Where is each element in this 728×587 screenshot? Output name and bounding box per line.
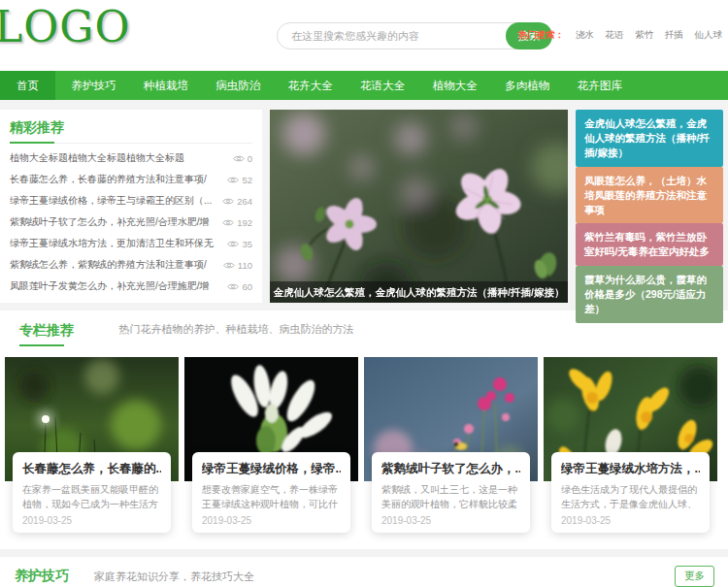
eye-icon bbox=[227, 240, 239, 248]
nav-item-plant-list[interactable]: 植物大全 bbox=[421, 71, 489, 100]
views-count: 52 bbox=[242, 175, 252, 185]
hot-term-jiaoshui[interactable]: 浇水 bbox=[576, 29, 594, 40]
featured-panel: 精彩推荐 植物大全标题植物大全标题植物大全标题 0 长春藤怎么养，长春藤的养殖方… bbox=[0, 110, 262, 303]
article-row[interactable]: 长春藤怎么养，长春藤的养殖方法和注意事项/ 52 bbox=[10, 169, 252, 190]
column-subtitle: 热门花卉植物的养护、种植栽培、病虫防治的方法 bbox=[118, 322, 353, 337]
eye-icon bbox=[227, 282, 239, 291]
card-description: 绿色生活成为了现代人最提倡的生活方式，于是像金虎仙人球、红星凤... bbox=[561, 482, 700, 511]
card-info: 绿帝王蔓绿绒价格，绿帝... 想要改善家庭空气，养一株绿帝王蔓绿绒这种观叶植物，… bbox=[192, 452, 350, 533]
card-date: 2019-03-25 bbox=[22, 515, 161, 526]
nav-item-succulents[interactable]: 多肉植物 bbox=[493, 71, 561, 100]
highlight-box-hyacinth[interactable]: 凤眼莲怎么养，（土培）水培凤眼莲的养殖方法和注意事项 bbox=[576, 167, 723, 224]
hero-flower-image bbox=[270, 110, 568, 303]
search-bar: 搜索 bbox=[277, 22, 550, 49]
column-section: 专栏推荐 热门花卉植物的养护、种植栽培、病虫防治的方法 bbox=[0, 310, 728, 549]
article-views: 35 bbox=[227, 239, 252, 249]
views-count: 0 bbox=[248, 153, 252, 164]
article-card[interactable]: 长春藤怎么养，长春藤的... 在家养一盆既美丽又能吸甲醛的植物，现如今已成为一种… bbox=[5, 357, 179, 536]
hot-search: 热门搜索： 浇水 花语 紫竹 扦插 仙人球 bbox=[518, 29, 722, 42]
article-title[interactable]: 长春藤怎么养，长春藤的养殖方法和注意事项/ bbox=[10, 173, 221, 186]
article-row[interactable]: 植物大全标题植物大全标题植物大全标题 0 bbox=[10, 147, 252, 169]
article-list: 植物大全标题植物大全标题植物大全标题 0 长春藤怎么养，长春藤的养殖方法和注意事… bbox=[10, 144, 252, 297]
article-title[interactable]: 绿帝王蔓绿绒水培方法，更加清洁卫生和环保无 bbox=[10, 237, 221, 250]
article-views: 52 bbox=[227, 175, 252, 185]
article-row[interactable]: 凤眼莲叶子发黄怎么办，补充光照/合理施肥/增 60 bbox=[10, 276, 252, 297]
highlight-column: 金虎仙人球怎么繁殖，金虎仙人球的繁殖方法（播种/扦插/嫁接） 凤眼莲怎么养，（土… bbox=[576, 110, 723, 303]
article-title[interactable]: 凤眼莲叶子发黄怎么办，补充光照/合理施肥/增 bbox=[10, 279, 221, 293]
card-title[interactable]: 绿帝王蔓绿绒价格，绿帝... bbox=[202, 461, 341, 477]
hot-term-xianrenqiu[interactable]: 仙人球 bbox=[695, 29, 723, 40]
hot-search-label: 热门搜索： bbox=[518, 29, 565, 40]
top-content-row: 精彩推荐 植物大全标题植物大全标题植物大全标题 0 长春藤怎么养，长春藤的养殖方… bbox=[0, 110, 723, 303]
card-date: 2019-03-25 bbox=[561, 515, 700, 526]
hero-caption: 金虎仙人球怎么繁殖，金虎仙人球的繁殖方法（播种/扦插/嫁接） bbox=[270, 281, 568, 303]
more-button[interactable]: 更多 bbox=[675, 566, 714, 587]
card-info: 紫鹅绒叶子软了怎么办，... 紫鹅绒，又叫土三七，这是一种美丽的观叶植物，它样貌… bbox=[372, 452, 530, 533]
highlight-box-xiacao[interactable]: 霞草为什么那么贵，霞草的价格是多少（298元/适应力差） bbox=[576, 266, 723, 323]
site-logo[interactable]: LOGO bbox=[0, 2, 131, 51]
card-description: 在家养一盆既美丽又能吸甲醛的植物，现如今已成为一种生活方式，... bbox=[22, 482, 161, 511]
eye-icon bbox=[233, 154, 245, 163]
highlight-box-cactus[interactable]: 金虎仙人球怎么繁殖，金虎仙人球的繁殖方法（播种/扦插/嫁接） bbox=[576, 110, 723, 167]
care-tips-subtitle: 家庭养花知识分享，养花技巧大全 bbox=[94, 570, 675, 584]
article-row[interactable]: 绿帝王蔓绿绒价格，绿帝王与绿霸王的区别（... 264 bbox=[10, 190, 252, 212]
main-nav: 首页 养护技巧 种植栽培 病虫防治 花卉大全 花语大全 植物大全 多肉植物 花卉… bbox=[0, 71, 728, 100]
column-underline bbox=[19, 344, 64, 346]
nav-item-flower-language[interactable]: 花语大全 bbox=[348, 71, 416, 100]
article-title[interactable]: 紫鹅绒怎么养，紫鹅绒的养殖方法和注意事项/ bbox=[10, 258, 217, 272]
views-count: 110 bbox=[238, 260, 252, 271]
hot-term-huayu[interactable]: 花语 bbox=[606, 29, 624, 40]
nav-item-flower-list[interactable]: 花卉大全 bbox=[277, 71, 345, 100]
nav-item-gallery[interactable]: 花卉图库 bbox=[566, 71, 634, 100]
nav-item-care-tips[interactable]: 养护技巧 bbox=[59, 71, 127, 100]
article-views: 0 bbox=[233, 153, 252, 164]
article-views: 110 bbox=[223, 260, 252, 271]
card-description: 想要改善家庭空气，养一株绿帝王蔓绿绒这种观叶植物，可比什么空气... bbox=[202, 482, 341, 511]
article-card[interactable]: 紫鹅绒叶子软了怎么办，... 紫鹅绒，又叫土三七，这是一种美丽的观叶植物，它样貌… bbox=[364, 357, 538, 536]
views-count: 60 bbox=[242, 281, 252, 292]
article-card[interactable]: 绿帝王蔓绿绒水培方法，... 绿色生活成为了现代人最提倡的生活方式，于是像金虎仙… bbox=[544, 357, 717, 536]
article-views: 264 bbox=[222, 196, 252, 207]
card-title[interactable]: 绿帝王蔓绿绒水培方法，... bbox=[561, 461, 700, 477]
card-title[interactable]: 紫鹅绒叶子软了怎么办，... bbox=[381, 461, 520, 477]
article-views: 60 bbox=[227, 281, 252, 292]
nav-item-planting[interactable]: 种植栽培 bbox=[132, 71, 200, 100]
card-list: 长春藤怎么养，长春藤的... 在家养一盆既美丽又能吸甲醛的植物，现如今已成为一种… bbox=[5, 357, 723, 536]
hot-term-zizhu[interactable]: 紫竹 bbox=[635, 29, 653, 40]
column-header: 专栏推荐 热门花卉植物的养护、种植栽培、病虫防治的方法 bbox=[5, 321, 723, 346]
care-tips-title: 养护技巧 bbox=[15, 568, 69, 585]
views-count: 35 bbox=[242, 239, 252, 249]
article-title[interactable]: 紫鹅绒叶子软了怎么办，补充光照/合理水肥/增 bbox=[10, 215, 216, 229]
column-title: 专栏推荐 bbox=[19, 322, 74, 340]
views-count: 264 bbox=[237, 196, 252, 207]
nav-item-pest-control[interactable]: 病虫防治 bbox=[204, 71, 272, 100]
eye-icon bbox=[227, 176, 239, 184]
card-info: 长春藤怎么养，长春藤的... 在家养一盆既美丽又能吸甲醛的植物，现如今已成为一种… bbox=[13, 452, 171, 533]
views-count: 192 bbox=[237, 217, 252, 228]
card-date: 2019-03-25 bbox=[381, 515, 520, 526]
card-date: 2019-03-25 bbox=[202, 515, 341, 526]
article-title[interactable]: 绿帝王蔓绿绒价格，绿帝王与绿霸王的区别（... bbox=[10, 194, 216, 208]
eye-icon bbox=[222, 197, 234, 206]
article-row[interactable]: 紫鹅绒怎么养，紫鹅绒的养殖方法和注意事项/ 110 bbox=[10, 254, 252, 276]
card-description: 紫鹅绒，又叫土三七，这是一种美丽的观叶植物，它样貌比较柔和，养... bbox=[381, 482, 520, 511]
article-row[interactable]: 紫鹅绒叶子软了怎么办，补充光照/合理水肥/增 192 bbox=[10, 212, 252, 233]
eye-icon bbox=[222, 218, 234, 227]
highlight-box-zizhulan[interactable]: 紫竹兰有毒吗，紫竹兰放卧室好吗/无毒养在室内好处多 bbox=[576, 223, 723, 266]
article-views: 192 bbox=[222, 217, 252, 228]
hero-banner[interactable]: 金虎仙人球怎么繁殖，金虎仙人球的繁殖方法（播种/扦插/嫁接） bbox=[270, 110, 568, 303]
featured-header: 精彩推荐 bbox=[10, 110, 252, 144]
eye-icon bbox=[223, 261, 235, 270]
site-header: LOGO 搜索 热门搜索： 浇水 花语 紫竹 扦插 仙人球 bbox=[0, 0, 728, 71]
hot-term-qiancha[interactable]: 扦插 bbox=[665, 29, 683, 40]
card-info: 绿帝王蔓绿绒水培方法，... 绿色生活成为了现代人最提倡的生活方式，于是像金虎仙… bbox=[551, 452, 710, 533]
care-tips-section-bar: 养护技巧 家庭养花知识分享，养花技巧大全 更多 bbox=[0, 557, 728, 587]
article-title[interactable]: 植物大全标题植物大全标题植物大全标题 bbox=[10, 151, 227, 165]
nav-item-home[interactable]: 首页 bbox=[0, 71, 55, 100]
card-title[interactable]: 长春藤怎么养，长春藤的... bbox=[22, 461, 161, 477]
article-card[interactable]: 绿帝王蔓绿绒价格，绿帝... 想要改善家庭空气，养一株绿帝王蔓绿绒这种观叶植物，… bbox=[184, 357, 358, 536]
featured-title: 精彩推荐 bbox=[10, 119, 64, 137]
article-row[interactable]: 绿帝王蔓绿绒水培方法，更加清洁卫生和环保无 35 bbox=[10, 233, 252, 254]
